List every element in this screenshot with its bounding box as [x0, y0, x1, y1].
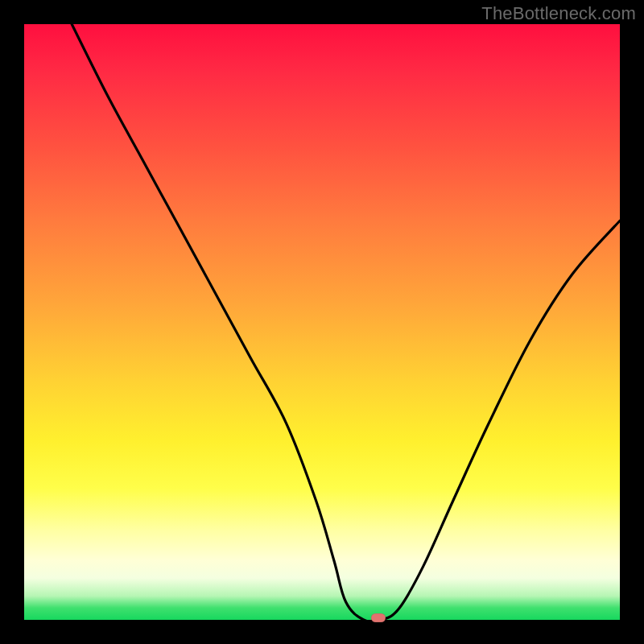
plot-area	[24, 24, 620, 620]
chart-frame: TheBottleneck.com	[0, 0, 644, 644]
optimal-point-marker	[371, 613, 386, 622]
bottleneck-curve	[24, 24, 620, 620]
watermark-label: TheBottleneck.com	[481, 3, 636, 24]
